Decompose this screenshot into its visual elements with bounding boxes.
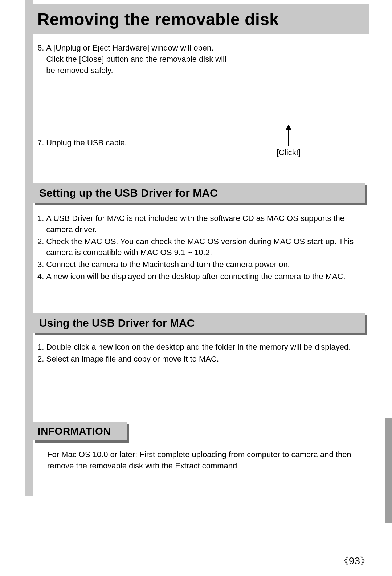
page-number: 《93》 [339, 554, 370, 568]
section2-list: 1.Double click a new icon on the desktop… [37, 342, 357, 366]
heading-text: Setting up the USB Driver for MAC [39, 187, 218, 199]
item-number: 2. [37, 236, 46, 259]
information-body: For Mac OS 10.0 or later: First complete… [47, 449, 356, 472]
section-heading-usb-using: Using the USB Driver for MAC [33, 313, 365, 333]
click-arrow-annotation: [Click!] [272, 125, 305, 157]
item-number: 4. [37, 271, 46, 282]
heading-bar: INFORMATION [33, 422, 127, 440]
heading-text: INFORMATION [38, 426, 111, 437]
list-item: 2.Select an image file and copy or move … [37, 354, 357, 365]
step-number: 7. [37, 137, 46, 149]
item-text: A USB Driver for MAC is not included wit… [46, 213, 357, 235]
svg-marker-1 [285, 125, 292, 130]
information-heading: INFORMATION [33, 422, 127, 440]
item-text: Check the MAC OS. You can check the MAC … [46, 236, 357, 259]
step-number: 6. [37, 43, 46, 76]
step-7: 7. Unplug the USB cable. [37, 137, 230, 149]
item-number: 3. [37, 259, 46, 270]
item-text: A new icon will be displayed on the desk… [46, 271, 357, 282]
page-title-bar: Removing the removable disk [32, 4, 369, 34]
step-text: A [Unplug or Eject Hardware] window will… [46, 43, 230, 76]
item-number: 2. [37, 354, 46, 365]
list-item: 2.Check the MAC OS. You can check the MA… [37, 236, 357, 259]
step-6: 6. A [Unplug or Eject Hardware] window w… [37, 43, 230, 77]
click-label: [Click!] [272, 148, 305, 157]
heading-text: Using the USB Driver for MAC [39, 317, 195, 329]
item-text: Select an image file and copy or move it… [46, 354, 357, 365]
list-item: 3.Connect the camera to the Macintosh an… [37, 259, 357, 270]
right-side-tab [385, 418, 392, 523]
list-item: 1.A USB Driver for MAC is not included w… [37, 213, 357, 235]
left-gutter-bar [25, 0, 33, 496]
page-root: Removing the removable disk 6. A [Unplug… [0, 0, 392, 576]
step-text: Unplug the USB cable. [46, 137, 230, 149]
item-text: Double click a new icon on the desktop a… [46, 342, 357, 353]
arrow-up-icon [283, 125, 294, 146]
heading-bar: Setting up the USB Driver for MAC [33, 183, 365, 203]
list-item: 1.Double click a new icon on the desktop… [37, 342, 357, 353]
section-heading-usb-setup: Setting up the USB Driver for MAC [33, 183, 365, 203]
item-number: 1. [37, 342, 46, 353]
list-item: 4.A new icon will be displayed on the de… [37, 271, 357, 282]
item-text: Connect the camera to the Macintosh and … [46, 259, 357, 270]
page-title: Removing the removable disk [37, 9, 279, 29]
heading-bar: Using the USB Driver for MAC [33, 313, 365, 333]
item-number: 1. [37, 213, 46, 235]
section1-list: 1.A USB Driver for MAC is not included w… [37, 213, 357, 283]
